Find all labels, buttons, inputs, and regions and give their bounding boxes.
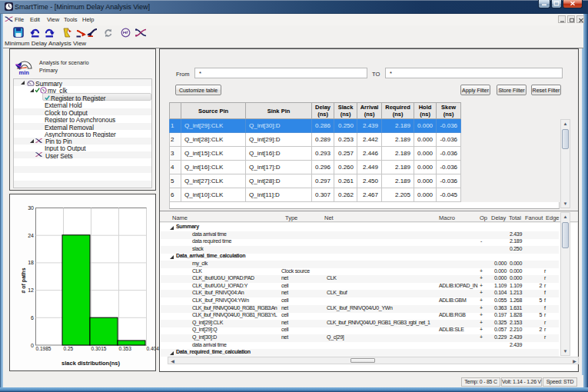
svg-text:12: 12 [28,287,34,293]
svg-text:0.353: 0.353 [119,346,132,351]
svg-text:0.25: 0.25 [64,346,74,351]
svg-text:30: 30 [28,205,34,211]
svg-text:slack distribution(ns): slack distribution(ns) [61,360,120,367]
svg-text:0: 0 [31,343,34,348]
svg-text:0.404: 0.404 [147,346,160,351]
svg-text:6: 6 [31,315,34,321]
svg-text:18: 18 [28,260,34,265]
svg-text:0.1985: 0.1985 [36,346,51,351]
svg-text:24: 24 [28,233,34,238]
svg-text:# of paths: # of paths [21,267,27,293]
svg-text:min: min [19,69,30,76]
svg-text:0.3015: 0.3015 [91,346,107,351]
